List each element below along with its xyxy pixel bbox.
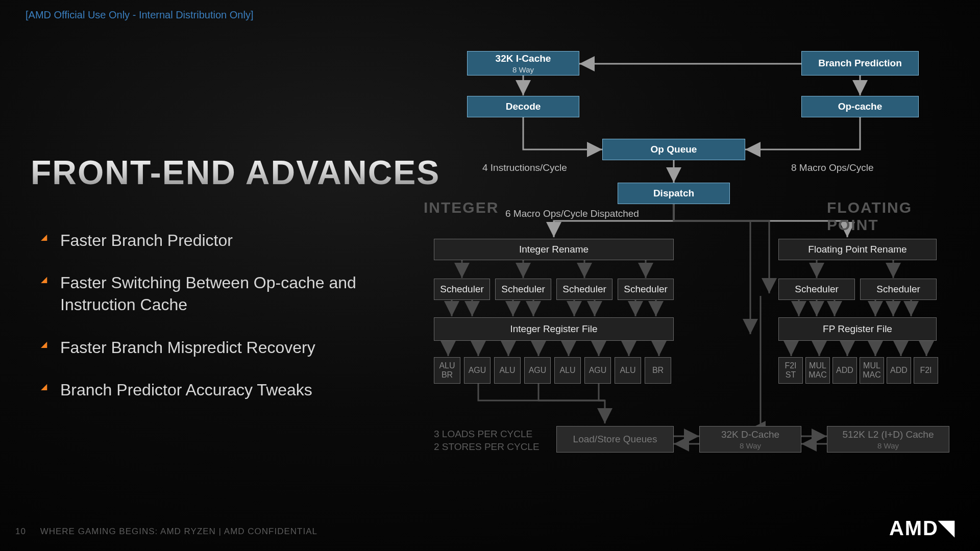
dispatch-block: Dispatch [618, 183, 730, 204]
int-scheduler-block: Scheduler [495, 279, 551, 300]
fp-exec-unit: F2I [914, 357, 938, 384]
int-exec-unit: ALU [615, 357, 641, 384]
loads-caption: 3 LOADS PER CYCLE [434, 429, 532, 440]
fp-exec-unit: MUL MAC [805, 357, 830, 384]
fp-scheduler-block: Scheduler [860, 279, 937, 300]
slide-title: FRONT-END ADVANCES [31, 153, 440, 192]
decode-block: Decode [467, 96, 579, 117]
int-scheduler-block: Scheduler [556, 279, 612, 300]
bullet-list: Faster Branch Predictor Faster Switching… [41, 209, 408, 421]
integer-section-label: INTEGER [424, 199, 499, 216]
int-exec-unit: AGU [524, 357, 551, 384]
fp-exec-unit: ADD [887, 357, 911, 384]
int-exec-unit: BR [645, 357, 671, 384]
bullet-item: Faster Switching Between Op-cache and In… [41, 272, 408, 316]
l2-block: 512K L2 (I+D) Cache8 Way [827, 426, 949, 453]
footer: 10 WHERE GAMING BEGINS: AMD RYZEN | AMD … [15, 527, 317, 537]
lsq-block: Load/Store Queues [556, 426, 674, 453]
int-exec-unit: ALU [554, 357, 581, 384]
page-number: 10 [15, 527, 26, 536]
op-queue-block: Op Queue [602, 139, 745, 160]
int-exec-unit: ALU [494, 357, 521, 384]
stores-caption: 2 STORES PER CYCLE [434, 441, 540, 453]
bullet-item: Faster Branch Mispredict Recovery [41, 337, 408, 359]
int-exec-unit: ALU BR [434, 357, 460, 384]
icache-block: 32K I-Cache8 Way [467, 51, 579, 76]
fp-regfile-block: FP Register File [778, 317, 937, 341]
architecture-diagram: 32K I-Cache8 Way Branch Prediction Decod… [424, 41, 965, 520]
fp-exec-unit: F2I ST [778, 357, 803, 384]
branch-prediction-block: Branch Prediction [801, 51, 919, 76]
macro-dispatch-caption: 6 Macro Ops/Cycle Dispatched [505, 208, 639, 219]
int-exec-unit: AGU [584, 357, 611, 384]
dcache-block: 32K D-Cache8 Way [699, 426, 801, 453]
footer-text: WHERE GAMING BEGINS: AMD RYZEN | AMD CON… [40, 527, 317, 536]
int-scheduler-block: Scheduler [618, 279, 674, 300]
fp-section-label: FLOATING POINT [827, 199, 965, 234]
int-exec-unit: AGU [464, 357, 491, 384]
classification-banner: [AMD Official Use Only - Internal Distri… [26, 9, 253, 21]
bullet-item: Faster Branch Predictor [41, 230, 408, 252]
fp-exec-unit: MUL MAC [860, 357, 884, 384]
opcache-block: Op-cache [801, 96, 919, 117]
fp-scheduler-block: Scheduler [778, 279, 855, 300]
fp-exec-unit: ADD [832, 357, 857, 384]
instr-cycle-caption: 4 Instructions/Cycle [482, 162, 567, 173]
bullet-item: Branch Predictor Accuracy Tweaks [41, 379, 408, 401]
fp-rename-block: Floating Point Rename [778, 239, 937, 260]
macro-ops-in-caption: 8 Macro Ops/Cycle [791, 162, 874, 173]
int-rename-block: Integer Rename [434, 239, 674, 260]
int-scheduler-block: Scheduler [434, 279, 490, 300]
int-regfile-block: Integer Register File [434, 317, 674, 341]
